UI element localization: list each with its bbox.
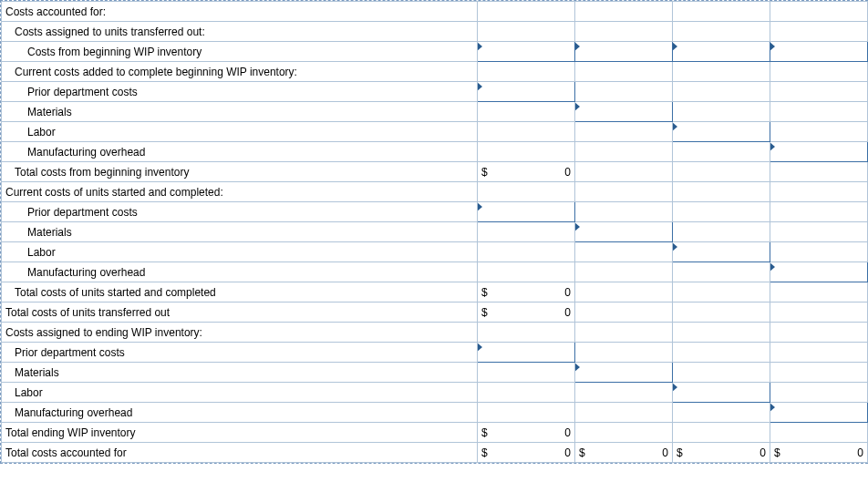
caret-right-icon (673, 383, 678, 392)
amount-input[interactable] (770, 142, 868, 162)
table-row: Prior department costs (2, 202, 868, 222)
empty-cell (575, 343, 673, 363)
empty-cell (770, 102, 868, 122)
empty-cell (770, 202, 868, 222)
caret-right-icon (575, 363, 581, 372)
amount-value: 0 (564, 166, 571, 179)
row-label: Manufacturing overhead (2, 262, 478, 282)
empty-cell (478, 363, 575, 383)
amount-input[interactable] (575, 42, 673, 62)
cost-table: Costs accounted for:Costs assigned to un… (1, 1, 868, 463)
empty-cell (478, 323, 575, 343)
table-row: Materials (2, 363, 868, 383)
row-label: Labor (2, 122, 478, 142)
caret-right-icon (867, 403, 868, 412)
table-row: Total costs of units started and complet… (2, 282, 868, 303)
empty-cell (673, 182, 770, 202)
amount-input[interactable] (478, 82, 575, 102)
table-row: Labor (2, 122, 868, 142)
currency-symbol: $ (579, 446, 585, 459)
empty-cell (770, 162, 868, 182)
empty-cell (770, 22, 868, 42)
empty-cell (673, 142, 770, 162)
empty-cell (575, 282, 673, 303)
empty-cell (673, 343, 770, 363)
empty-cell (478, 222, 575, 242)
amount-input[interactable] (673, 383, 770, 403)
amount-value: 0 (662, 446, 668, 459)
table-row: Costs assigned to ending WIP inventory: (2, 323, 868, 343)
row-label: Total costs of units started and complet… (2, 282, 478, 303)
amount-input[interactable] (770, 262, 868, 282)
amount-input[interactable] (478, 202, 575, 222)
amount-value: 0 (857, 446, 863, 459)
table-row: Total ending WIP inventory$0 (2, 423, 868, 443)
empty-cell (770, 222, 868, 242)
amount-input[interactable] (673, 242, 770, 262)
empty-cell (770, 242, 868, 262)
amount-input[interactable] (770, 403, 868, 423)
empty-cell (575, 403, 673, 423)
amount-input[interactable] (770, 42, 868, 62)
table-row: Prior department costs (2, 343, 868, 363)
empty-cell (673, 323, 770, 343)
caret-right-icon (673, 242, 678, 251)
caret-right-icon (478, 42, 483, 51)
empty-cell (770, 122, 868, 142)
amount-input[interactable] (673, 122, 770, 142)
amount-input[interactable] (575, 102, 673, 122)
table-row: Materials (2, 102, 868, 122)
empty-cell (770, 423, 868, 443)
table-row: Total costs accounted for$0$0$0$0 (2, 443, 868, 463)
empty-cell (478, 2, 575, 22)
amount-input[interactable] (575, 363, 673, 383)
currency-symbol: $ (481, 166, 488, 179)
row-label: Prior department costs (2, 202, 478, 222)
currency-symbol: $ (677, 446, 683, 459)
empty-cell (575, 22, 673, 42)
cost-worksheet: Costs accounted for:Costs assigned to un… (0, 0, 868, 464)
caret-right-icon (867, 262, 868, 272)
amount-value: 0 (564, 426, 571, 439)
calculated-total: $0 (478, 423, 575, 443)
row-label: Current costs added to complete beginnin… (2, 62, 478, 82)
empty-cell (673, 403, 770, 423)
currency-symbol: $ (481, 446, 488, 459)
empty-cell (575, 262, 673, 282)
empty-cell (673, 202, 770, 222)
empty-cell (478, 182, 575, 202)
row-label: Costs assigned to units transferred out: (2, 22, 478, 42)
row-label: Manufacturing overhead (2, 142, 478, 162)
amount-input[interactable] (478, 42, 575, 62)
calculated-total: $0 (478, 303, 575, 323)
calculated-total: $0 (673, 443, 770, 463)
caret-right-icon (478, 343, 483, 352)
caret-right-icon (575, 102, 581, 111)
row-label: Labor (2, 242, 478, 262)
calculated-total: $0 (478, 443, 575, 463)
table-row: Labor (2, 242, 868, 262)
caret-right-icon (575, 222, 581, 231)
table-row: Prior department costs (2, 82, 868, 102)
row-label: Prior department costs (2, 343, 478, 363)
caret-right-icon (575, 42, 581, 51)
table-row: Costs from beginning WIP inventory (2, 42, 868, 62)
amount-input[interactable] (478, 343, 575, 363)
empty-cell (478, 383, 575, 403)
table-row: Current costs of units started and compl… (2, 182, 868, 202)
caret-right-icon (770, 262, 776, 272)
amount-input[interactable] (575, 222, 673, 242)
empty-cell (770, 303, 868, 323)
empty-cell (770, 343, 868, 363)
empty-cell (673, 2, 770, 22)
empty-cell (478, 142, 575, 162)
amount-input[interactable] (673, 42, 770, 62)
empty-cell (575, 142, 673, 162)
table-row: Manufacturing overhead (2, 142, 868, 162)
table-row: Costs accounted for: (2, 2, 868, 22)
empty-cell (673, 22, 770, 42)
table-row: Total costs of units transferred out$0 (2, 303, 868, 323)
empty-cell (673, 363, 770, 383)
currency-symbol: $ (481, 306, 488, 319)
empty-cell (575, 202, 673, 222)
